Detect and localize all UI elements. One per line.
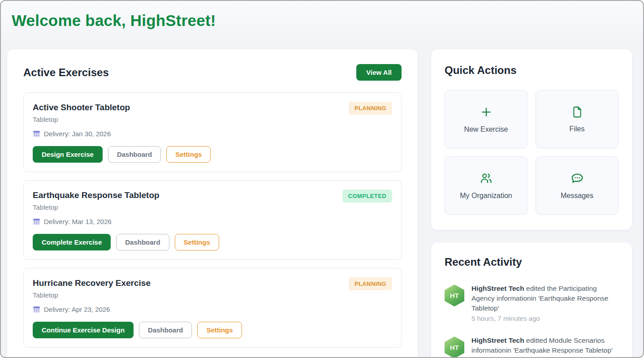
settings-button[interactable]: Settings xyxy=(166,146,211,163)
active-exercises-header: Active Exercises View All xyxy=(23,64,402,81)
status-badge: COMPLETED xyxy=(342,190,392,203)
file-icon xyxy=(571,106,583,118)
activity-item: HT HighStreet Tech editted Module Scenar… xyxy=(445,336,618,358)
exercise-title: Active Shooter Tabletop xyxy=(33,103,130,112)
avatar: HT xyxy=(445,285,464,306)
exercise-card-earthquake-response: Earthquake Response Tabletop Tabletop CO… xyxy=(23,180,402,260)
quick-action-messages[interactable]: Messages xyxy=(536,156,618,215)
status-badge: PLANNING xyxy=(349,102,392,115)
delivery-date-row: Delivery: Jan 30, 2026 xyxy=(33,130,392,138)
activity-description: HighStreet Tech edited the Participating… xyxy=(471,284,618,313)
activity-actor: HighStreet Tech xyxy=(471,285,524,292)
active-exercises-title: Active Exercises xyxy=(23,66,109,79)
main-content: Active Exercises View All Active Shooter… xyxy=(1,49,643,358)
quick-actions-panel: Quick Actions New Exercise Files xyxy=(431,49,632,230)
settings-button[interactable]: Settings xyxy=(197,322,242,338)
exercise-card-hurricane-recovery: Hurricane Recovery Exercise Tabletop PLA… xyxy=(23,268,402,348)
delivery-date-row: Delivery: Mar 13, 2026 xyxy=(33,218,392,225)
delivery-date-text: Delivery: Jan 30, 2026 xyxy=(44,130,111,138)
chat-bubble-icon xyxy=(571,172,584,185)
exercise-type: Tabletop xyxy=(33,203,160,211)
recent-activity-title: Recent Activity xyxy=(445,256,618,268)
recent-activity-panel: Recent Activity HT HighStreet Tech edite… xyxy=(431,242,632,358)
activity-item: HT HighStreet Tech edited the Participat… xyxy=(445,284,618,322)
settings-button[interactable]: Settings xyxy=(175,234,219,250)
quick-action-new-exercise[interactable]: New Exercise xyxy=(445,90,527,148)
quick-action-label: Files xyxy=(570,125,585,133)
plus-icon xyxy=(480,105,493,119)
delivery-date-text: Delivery: Apr 23, 2026 xyxy=(44,306,110,313)
dashboard-window: Welcome back, HighStreet! Active Exercis… xyxy=(0,0,644,358)
design-exercise-button[interactable]: Design Exercise xyxy=(33,146,103,163)
calendar-icon xyxy=(33,130,40,138)
quick-action-label: My Organization xyxy=(460,192,512,200)
status-badge: PLANNING xyxy=(349,277,392,290)
view-all-button[interactable]: View All xyxy=(356,64,402,81)
right-column: Quick Actions New Exercise Files xyxy=(431,49,632,358)
exercise-type: Tabletop xyxy=(33,116,130,123)
exercise-title: Hurricane Recovery Exercise xyxy=(33,278,151,288)
activity-timestamp: 5 hours, 7 minutes ago xyxy=(471,315,618,322)
page-title: Welcome back, HighStreet! xyxy=(12,11,643,30)
activity-actor: HighStreet Tech xyxy=(471,336,524,344)
dashboard-button[interactable]: Dashboard xyxy=(116,234,169,250)
people-icon xyxy=(480,172,493,185)
activity-description: HighStreet Tech editted Module Scenarios… xyxy=(471,336,618,355)
quick-actions-title: Quick Actions xyxy=(445,64,618,77)
quick-action-my-organization[interactable]: My Organization xyxy=(445,156,527,215)
dashboard-button[interactable]: Dashboard xyxy=(108,146,161,163)
quick-action-label: New Exercise xyxy=(464,125,508,134)
active-exercises-panel: Active Exercises View All Active Shooter… xyxy=(7,49,418,358)
quick-action-files[interactable]: Files xyxy=(536,90,618,148)
delivery-date-row: Delivery: Apr 23, 2026 xyxy=(33,306,392,313)
continue-exercise-design-button[interactable]: Continue Exercise Design xyxy=(33,322,134,338)
exercise-card-active-shooter: Active Shooter Tabletop Tabletop PLANNIN… xyxy=(23,92,402,172)
avatar: HT xyxy=(445,336,464,358)
delivery-date-text: Delivery: Mar 13, 2026 xyxy=(44,218,112,225)
quick-action-label: Messages xyxy=(561,192,593,200)
exercise-type: Tabletop xyxy=(33,291,151,299)
calendar-icon xyxy=(33,218,40,225)
calendar-icon xyxy=(33,306,40,313)
complete-exercise-button[interactable]: Complete Exercise xyxy=(33,234,111,250)
exercise-title: Earthquake Response Tabletop xyxy=(33,190,160,200)
dashboard-button[interactable]: Dashboard xyxy=(139,322,192,338)
